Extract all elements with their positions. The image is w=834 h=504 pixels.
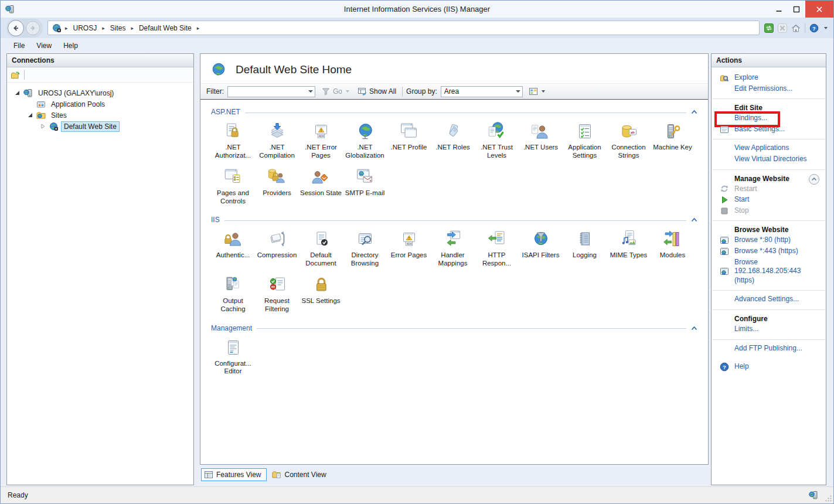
breadcrumb-separator-icon: ▸ <box>196 25 200 31</box>
feature-ssl-settings[interactable]: SSL Settings <box>299 274 343 313</box>
feature-net-roles[interactable]: .NET Roles <box>431 121 475 159</box>
forward-button[interactable] <box>26 21 40 35</box>
configuration-editor-icon <box>223 337 243 358</box>
action-stop[interactable]: Stop <box>718 206 819 216</box>
go-dropdown-arrow[interactable] <box>346 90 349 93</box>
go-label: Go <box>333 87 342 96</box>
status-text: Ready <box>8 491 28 499</box>
tab-content-view[interactable]: Content View <box>269 468 332 481</box>
feature-compression[interactable]: Compression <box>255 229 299 267</box>
collapse-section-icon[interactable] <box>691 110 697 114</box>
feature-net-authorizat[interactable]: .NET Authorizat... <box>211 121 255 159</box>
action-bindings[interactable]: Bindings... <box>718 114 819 123</box>
feature-net-profile[interactable]: .NET Profile <box>387 121 431 159</box>
feature-application-settings[interactable]: Application Settings <box>563 121 607 159</box>
go-button[interactable]: Go <box>319 86 352 97</box>
feature-configurat-editor[interactable]: Configurat... Editor <box>211 337 255 376</box>
maximize-button[interactable] <box>788 1 805 18</box>
breadcrumb-item-sites[interactable]: Sites <box>108 23 128 33</box>
action-start[interactable]: Start <box>718 195 819 205</box>
filter-combobox[interactable] <box>227 86 315 97</box>
action-restart[interactable]: Restart <box>718 185 819 194</box>
breadcrumb-item-urosj[interactable]: UROSJ <box>72 23 99 33</box>
website-icon <box>49 122 59 131</box>
feature-logging[interactable]: Logging <box>563 229 607 267</box>
show-all-icon <box>358 87 367 96</box>
tab-features-view[interactable]: Features View <box>201 468 267 481</box>
feature-default-document[interactable]: Default Document <box>299 229 343 267</box>
action-view-virtual-directories[interactable]: View Virtual Directories <box>718 155 819 164</box>
filter-dropdown-arrow[interactable] <box>308 90 313 93</box>
expander-collapsed-icon[interactable] <box>39 124 47 129</box>
breadcrumb-item-default-web-site[interactable]: Default Web Site <box>137 23 193 33</box>
expander-expanded-icon[interactable] <box>13 90 21 96</box>
help-icon[interactable]: ? <box>809 23 819 33</box>
help-dropdown-arrow[interactable] <box>824 27 828 29</box>
action-add-ftp-publishing[interactable]: Add FTP Publishing... <box>718 344 819 353</box>
action-browse-80-http[interactable]: Browse *:80 (http) <box>718 236 819 245</box>
feature-net-globalization[interactable]: .NET Globalization <box>343 121 387 159</box>
feature-label: Default Document <box>305 251 336 267</box>
feature-authentic[interactable]: Authentic... <box>211 229 255 267</box>
group-by-dropdown-arrow[interactable] <box>516 90 520 93</box>
tree-node-default-web-site[interactable]: Default Web Site <box>9 121 192 132</box>
feature-error-pages[interactable]: 404Error Pages <box>387 229 431 267</box>
collapse-section-icon[interactable] <box>691 217 697 222</box>
menu-help[interactable]: Help <box>57 39 84 52</box>
feature-request-filtering[interactable]: Request Filtering <box>255 274 299 313</box>
group-by-combobox[interactable]: Area <box>441 86 523 97</box>
website-globe-icon <box>210 61 227 79</box>
feature-net-trust-levels[interactable]: .NET Trust Levels <box>475 121 519 159</box>
filter-input[interactable] <box>231 87 308 96</box>
view-mode-dropdown-arrow[interactable] <box>542 90 545 93</box>
resize-grip[interactable] <box>824 494 832 502</box>
feature-directory-browsing[interactable]: Directory Browsing <box>343 229 387 267</box>
feature-mime-types[interactable]: MIME Types <box>607 229 651 267</box>
stop-icon-disabled[interactable] <box>778 23 787 33</box>
home-icon[interactable] <box>791 23 801 33</box>
action-view-applications[interactable]: View Applications <box>718 144 819 153</box>
feature-handler-mappings[interactable]: Handler Mappings <box>431 229 475 267</box>
tree-node-application-pools[interactable]: Application Pools <box>9 98 192 110</box>
action-browse-443-https[interactable]: Browse *:443 (https) <box>718 247 819 256</box>
add-connection-icon[interactable] <box>11 70 20 80</box>
action-explore[interactable]: Explore <box>718 73 819 83</box>
show-all-button[interactable]: Show All <box>355 86 399 97</box>
tree-node-sites[interactable]: Sites <box>9 110 192 121</box>
feature-net-error-pages[interactable]: 404.NET Error Pages <box>299 121 343 159</box>
action-help[interactable]: ?Help <box>718 362 819 372</box>
back-button[interactable] <box>8 20 24 36</box>
feature-pages-and-controls[interactable]: Pages and Controls <box>211 166 255 205</box>
toolbar-right-buttons: ? <box>764 23 828 33</box>
collapse-category-icon[interactable] <box>809 174 819 185</box>
svg-text:ab: ab <box>631 130 635 134</box>
tree-node-urosj-galaxy-urosj[interactable]: UROSJ (GALAXY\urosj) <box>9 87 192 98</box>
action-basic-settings[interactable]: Basic Settings... <box>718 125 819 134</box>
action-browse-192-168-148-205-443-https[interactable]: Browse 192.168.148.205:443 (https) <box>718 258 819 285</box>
feature-net-users[interactable]: .NET Users <box>519 121 563 159</box>
feature-net-compilation[interactable]: .NET Compilation <box>255 121 299 159</box>
expander-expanded-icon[interactable] <box>26 113 34 118</box>
minimize-button[interactable] <box>770 1 788 18</box>
iis-manager-window: Internet Information Services (IIS) Mana… <box>0 0 834 504</box>
menu-view[interactable]: View <box>30 39 57 52</box>
feature-modules[interactable]: Modules <box>651 229 695 267</box>
menu-file[interactable]: File <box>8 39 30 52</box>
feature-session-state[interactable]: Session State <box>299 166 343 205</box>
feature-output-caching[interactable]: Output Caching <box>211 274 255 313</box>
feature-machine-key[interactable]: Machine Key <box>651 121 695 159</box>
close-button[interactable] <box>805 1 833 18</box>
refresh-connection-icon[interactable] <box>764 23 774 33</box>
workspace: Connections UROSJ (GALAXY\urosj)Applicat… <box>1 53 833 486</box>
feature-isapi-filters[interactable]: ISAPI Filters <box>519 229 563 267</box>
action-edit-permissions[interactable]: Edit Permissions... <box>718 84 819 94</box>
group-by-label: Group by: <box>406 87 437 96</box>
feature-connection-strings[interactable]: abConnection Strings <box>607 121 651 159</box>
feature-http-respon[interactable]: HTTP Respon... <box>475 229 519 267</box>
feature-providers[interactable]: Providers <box>255 166 299 205</box>
action-advanced-settings[interactable]: Advanced Settings... <box>718 295 819 304</box>
action-limits[interactable]: Limits... <box>718 325 819 334</box>
collapse-section-icon[interactable] <box>691 326 697 331</box>
feature-smtp-e-mail[interactable]: SMTP E-mail <box>343 166 387 205</box>
view-mode-button[interactable] <box>526 86 547 97</box>
